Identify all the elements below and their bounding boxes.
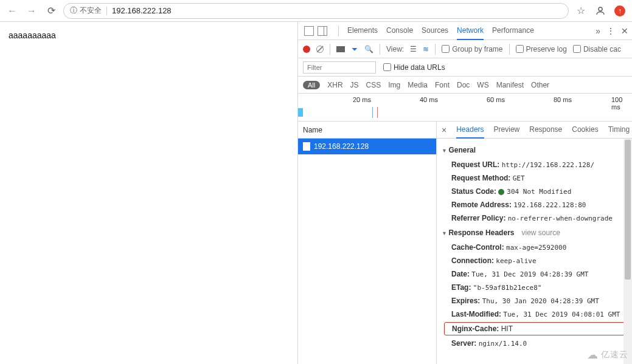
tab-console[interactable]: Console	[386, 22, 413, 40]
opt-sep3	[435, 44, 436, 55]
detail-tab-headers[interactable]: Headers	[456, 122, 484, 139]
tab-performance[interactable]: Performance	[492, 22, 534, 40]
bookmark-icon[interactable]: ☆	[574, 5, 588, 16]
type-xhr[interactable]: XHR	[327, 81, 342, 89]
preserve-log-input[interactable]	[516, 45, 524, 53]
disable-cache-checkbox[interactable]: Disable cac	[573, 45, 621, 53]
network-toolbar: ⏷ 🔍 View: ☰ ≋ Group by frame Preserve lo…	[298, 40, 632, 58]
disable-cache-input[interactable]	[573, 45, 581, 53]
page-body-text: aaaaaaaaaa	[9, 30, 56, 40]
opt-sep2	[380, 44, 380, 55]
type-all[interactable]: All	[303, 81, 320, 89]
security-info[interactable]: ⓘ 不安全	[70, 5, 102, 16]
back-button[interactable]: ←	[5, 4, 19, 18]
timeline-domcontent-line	[372, 107, 373, 118]
type-filter-row: All XHR JS CSS Img Media Font Doc WS Man…	[298, 77, 632, 94]
group-by-frame-input[interactable]	[442, 45, 450, 53]
tick-80ms: 80 ms	[554, 96, 572, 103]
detail-body[interactable]: General Request URL: http://192.168.222.…	[437, 139, 632, 364]
group-by-frame-checkbox[interactable]: Group by frame	[442, 45, 502, 53]
type-manifest[interactable]: Manifest	[496, 81, 524, 89]
timeline-load-line	[377, 107, 378, 118]
hide-data-urls-input[interactable]	[383, 63, 391, 71]
preserve-log-checkbox[interactable]: Preserve log	[516, 45, 567, 53]
section-response-headers[interactable]: Response Headersview source	[442, 225, 627, 241]
request-detail: × Headers Preview Response Cookies Timin…	[437, 122, 632, 364]
kv-status-code: Status Code: 304 Not Modified	[442, 185, 627, 198]
tick-20ms: 20 ms	[353, 96, 371, 103]
tick-60ms: 60 ms	[487, 96, 505, 103]
devtools-panel: Elements Console Sources Network Perform…	[297, 22, 632, 364]
detail-tab-timing[interactable]: Timing	[608, 122, 630, 139]
hide-data-urls-checkbox[interactable]: Hide data URLs	[383, 63, 445, 72]
tick-100ms: 100 ms	[611, 96, 632, 111]
svg-point-0	[599, 7, 602, 11]
scroll-thumb[interactable]	[625, 140, 631, 280]
detail-tabs: × Headers Preview Response Cookies Timin…	[437, 122, 632, 139]
kv-referrer-policy: Referrer Policy: no-referrer-when-downgr…	[442, 211, 627, 225]
browser-toolbar: ← → ⟳ ⓘ 不安全 192.168.222.128 ☆ ↑	[0, 0, 632, 22]
kv-request-method: Request Method: GET	[442, 171, 627, 185]
detail-close-icon[interactable]: ×	[442, 125, 446, 135]
timeline[interactable]: 20 ms 40 ms 60 ms 80 ms 100 ms	[298, 94, 632, 122]
device-toolbar-icon[interactable]	[318, 26, 327, 36]
kv-expires: Expires: Thu, 30 Jan 2020 04:28:39 GMT	[442, 294, 627, 307]
address-bar[interactable]: ⓘ 不安全 192.168.222.128	[63, 3, 569, 19]
forward-button[interactable]: →	[24, 4, 39, 18]
inspect-toggle-icons[interactable]	[302, 26, 330, 36]
type-other[interactable]: Other	[531, 81, 549, 89]
inspect-icon[interactable]	[304, 26, 314, 36]
filter-row: Hide data URLs	[298, 58, 632, 77]
profile-icon[interactable]	[593, 5, 608, 16]
status-dot-icon	[498, 189, 504, 195]
type-font[interactable]: Font	[435, 81, 450, 89]
insecure-label: 不安全	[80, 5, 102, 16]
view-waterfall-icon[interactable]: ≋	[423, 45, 429, 53]
devtools-close-icon[interactable]: ✕	[621, 26, 628, 36]
devtools-menu-icon[interactable]: ⋮	[606, 26, 615, 36]
filter-input[interactable]	[303, 61, 376, 74]
detail-tab-cookies[interactable]: Cookies	[572, 122, 598, 139]
tab-elements[interactable]: Elements	[347, 22, 378, 40]
type-js[interactable]: JS	[350, 81, 359, 89]
type-ws[interactable]: WS	[477, 81, 488, 89]
detail-scrollbar[interactable]	[623, 139, 632, 364]
request-row-name: 192.168.222.128	[314, 142, 369, 151]
screenshot-icon[interactable]	[336, 46, 345, 52]
opt-sep4	[509, 44, 510, 55]
network-body: Name 192.168.222.128 × Headers Preview R…	[298, 122, 632, 364]
tab-separator	[338, 26, 339, 36]
type-media[interactable]: Media	[408, 81, 428, 89]
kv-server: Server: nginx/1.14.0	[442, 337, 627, 350]
detail-tab-preview[interactable]: Preview	[494, 122, 520, 139]
extension-alert-icon[interactable]: ↑	[613, 5, 627, 16]
view-source-link[interactable]: view source	[521, 228, 560, 237]
more-tabs-icon[interactable]: »	[596, 26, 600, 36]
devtools-more: » ⋮ ✕	[596, 26, 628, 36]
timeline-request-bar	[298, 108, 303, 117]
view-large-icon[interactable]: ☰	[410, 45, 417, 53]
search-icon[interactable]: 🔍	[364, 45, 373, 53]
type-doc[interactable]: Doc	[457, 81, 470, 89]
record-button[interactable]	[303, 46, 310, 53]
request-row[interactable]: 192.168.222.128	[298, 139, 436, 154]
filter-toggle-icon[interactable]: ⏷	[351, 45, 358, 53]
detail-tab-response[interactable]: Response	[529, 122, 562, 139]
kv-etag: ETag: "b-59af81b21ece8"	[442, 281, 627, 294]
type-img[interactable]: Img	[388, 81, 400, 89]
reload-button[interactable]: ⟳	[44, 4, 58, 18]
kv-connection: Connection: keep-alive	[442, 254, 627, 267]
tab-sources[interactable]: Sources	[422, 22, 448, 40]
main-area: aaaaaaaaaa Elements Console Sources Netw…	[0, 22, 632, 364]
clear-button[interactable]	[316, 46, 324, 53]
devtools-tabs: Elements Console Sources Network Perform…	[298, 22, 632, 40]
request-list-header[interactable]: Name	[298, 122, 436, 139]
tick-40ms: 40 ms	[420, 96, 438, 103]
view-label: View:	[386, 45, 404, 53]
tab-network[interactable]: Network	[457, 22, 484, 40]
kv-cache-control: Cache-Control: max-age=2592000	[442, 241, 627, 254]
kv-last-modified: Last-Modified: Tue, 31 Dec 2019 04:08:01…	[442, 307, 627, 321]
section-general[interactable]: General	[442, 142, 627, 158]
page-content: aaaaaaaaaa	[0, 22, 297, 364]
type-css[interactable]: CSS	[366, 81, 381, 89]
